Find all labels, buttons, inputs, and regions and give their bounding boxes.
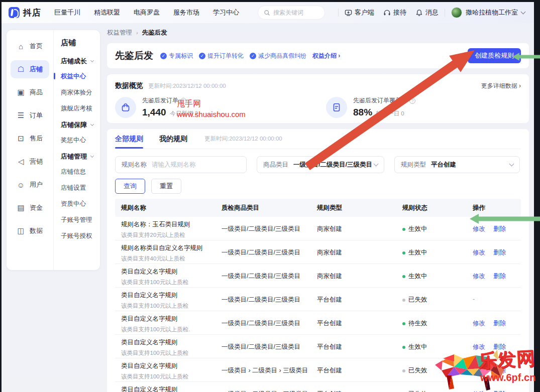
row-action-link[interactable]: 修改 xyxy=(473,390,485,392)
submenu-item[interactable]: 旗舰店考核 xyxy=(61,104,100,113)
row-action-link[interactable]: 修改 xyxy=(473,343,485,351)
category-filter-select[interactable]: 商品类目 一级类目/二级类目/三级类目 xyxy=(257,156,384,173)
messages-button[interactable]: 消息 xyxy=(415,8,439,17)
row-action-link[interactable]: 删除 xyxy=(493,319,506,328)
status-dot xyxy=(402,322,405,325)
rule-name-input[interactable] xyxy=(152,161,227,168)
row-action-link[interactable]: 修改 xyxy=(473,319,485,328)
client-label: 客户端 xyxy=(355,8,374,17)
sidebar-item-label: 商品 xyxy=(30,88,43,97)
help-icon[interactable]: ? xyxy=(409,98,415,104)
submenu-group-header[interactable]: 店铺管理 xyxy=(61,152,100,161)
stat-orders: 先鉴后发订单 ? 1,440 今日新增 2 xyxy=(115,96,261,118)
submenu-item-label: 子账号授权 xyxy=(61,232,92,239)
sidebar-item[interactable]: ☰ 订单 xyxy=(11,106,49,124)
topbar-menu-item[interactable]: 精选联盟 xyxy=(94,8,120,17)
submenu-item-label: 旗舰店考核 xyxy=(61,105,92,112)
breadcrumb-separator-icon: › xyxy=(136,30,138,36)
row-action-link[interactable]: 删除 xyxy=(493,225,506,233)
create-inspection-rule-button[interactable]: 创建质检规则 xyxy=(468,48,521,63)
submenu-item-label: 店铺设置 xyxy=(61,184,86,191)
feature-badge: ✓ 专属标识 xyxy=(160,52,193,60)
row-action-link[interactable]: 删除 xyxy=(493,343,506,351)
chevron-down-icon xyxy=(374,162,379,167)
sidebar-item[interactable]: ☺ 用户 xyxy=(11,176,49,194)
account-menu[interactable]: 撒哈拉植物工作室 xyxy=(451,7,525,18)
submenu-item[interactable]: 店铺信息 xyxy=(61,168,100,176)
sidebar-item[interactable]: ◫ 数据 xyxy=(11,222,49,240)
row-action-link[interactable]: 删除 xyxy=(493,390,506,392)
rules-card: 全部规则 我的规则 更新时间:2023/12/12 00:00:00 规则名称 … xyxy=(107,129,529,392)
sidebar-item-icon: ⊡ xyxy=(17,134,25,143)
client-button[interactable]: 客户端 xyxy=(345,8,374,17)
row-action-link[interactable]: 修改 xyxy=(473,248,485,257)
status-dot xyxy=(402,369,405,372)
submenu-item[interactable]: 资质中心 xyxy=(61,200,100,208)
submenu-item[interactable]: 商家体验分 xyxy=(61,88,100,97)
topbar-menu: 巨量千川精选联盟电商罗盘服务市场学习中心 xyxy=(54,8,239,17)
topbar-menu-item[interactable]: 巨量千川 xyxy=(54,8,80,17)
feature-badge: ✓ 提升订单转化 xyxy=(199,52,244,60)
reset-button[interactable]: 重置 xyxy=(151,179,181,194)
query-button[interactable]: 查询 xyxy=(115,179,145,194)
row-action-link[interactable]: 修改 xyxy=(473,272,485,281)
table-column-header: 规则名称 xyxy=(121,204,222,212)
sidebar-item-icon: ⌂ xyxy=(17,42,25,51)
reception-button[interactable]: 接待 xyxy=(383,8,406,17)
search-input[interactable] xyxy=(273,9,318,16)
sidebar-item[interactable]: ⌂ 首页 xyxy=(11,37,49,55)
help-icon[interactable]: ? xyxy=(180,98,186,104)
coverage-doc-icon xyxy=(326,97,347,118)
sidebar-item[interactable]: ☖ 店铺 xyxy=(11,60,49,78)
rule-name-filter[interactable]: 规则名称 xyxy=(115,156,247,173)
search-box[interactable] xyxy=(258,6,325,20)
row-action-link[interactable]: 删除 xyxy=(493,248,506,257)
status-label: 生效中 xyxy=(408,225,427,233)
rules-updated: 更新时间:2023/12/12 00:00:00 xyxy=(204,135,282,143)
app-logo[interactable]: 抖店 xyxy=(9,7,41,19)
rules-tab[interactable]: 我的规则 xyxy=(159,129,187,149)
submenu-item[interactable]: 子账号授权 xyxy=(61,232,100,240)
topbar-menu-item[interactable]: 电商罗盘 xyxy=(134,8,160,17)
more-data-link[interactable]: 更多详细数据 › xyxy=(481,82,521,90)
benefit-intro-link[interactable]: 权益介绍 › xyxy=(312,52,340,60)
rule-name: 类目自定义名字规则 xyxy=(121,268,222,276)
row-action-link[interactable]: 删除 xyxy=(493,366,506,375)
breadcrumb: 权益管理 › 先鉴后发 xyxy=(107,28,529,37)
chevron-down-icon xyxy=(90,154,94,158)
topbar-menu-item[interactable]: 学习中心 xyxy=(213,8,239,17)
sidebar-item[interactable]: ▣ 商品 xyxy=(11,83,49,101)
reception-label: 接待 xyxy=(393,8,406,17)
submenu-item[interactable]: 店铺设置 xyxy=(61,184,100,192)
row-action-link[interactable]: 修改 xyxy=(473,366,485,375)
submenu-item[interactable]: 子账号管理 xyxy=(61,216,100,224)
rule-category: 一级类目/二级类目/三级类目 xyxy=(222,244,317,257)
sidebar-item[interactable]: ⊡ 售后 xyxy=(11,129,49,148)
rules-tab[interactable]: 全部规则 xyxy=(115,129,143,149)
data-overview-updated: 更新时间:2023/12/12 00:00:00 xyxy=(148,82,226,90)
sidebar-item-label: 用户 xyxy=(30,180,43,189)
row-action-link[interactable]: 删除 xyxy=(493,272,506,281)
sidebar-item-label: 售后 xyxy=(30,134,43,143)
sidebar-item[interactable]: ▤ 资金 xyxy=(11,199,49,217)
chevron-down-icon xyxy=(90,59,94,62)
submenu-group-header[interactable]: 店铺保障 xyxy=(61,120,100,129)
rule-type-filter-select[interactable]: 规则类型 平台创建 xyxy=(394,156,520,173)
table-column-header: 质检商品类目 xyxy=(222,204,317,212)
rule-category: 一级类目 › 二级类目 › 三级类目 xyxy=(222,362,317,375)
rule-name: 类目自定义名字规则 xyxy=(121,315,222,323)
status-label: 已失效 xyxy=(408,296,427,304)
row-action-link[interactable]: 修改 xyxy=(473,225,485,233)
submenu-item[interactable]: 权益中心 xyxy=(61,72,100,81)
stat-orders-label: 先鉴后发订单 xyxy=(142,96,178,105)
sidebar-item[interactable]: ◁ 营销 xyxy=(11,153,49,171)
breadcrumb-section[interactable]: 权益管理 xyxy=(107,29,132,37)
submenu-item-label: 子账号管理 xyxy=(61,216,92,223)
submenu-item[interactable]: 奖惩中心 xyxy=(61,136,100,145)
topbar-menu-item[interactable]: 服务市场 xyxy=(173,8,199,17)
submenu-item-label: 奖惩中心 xyxy=(61,137,86,144)
data-overview-card: 数据概览 更新时间:2023/12/12 00:00:00 更多详细数据 › 先… xyxy=(107,74,529,123)
app-logo-text: 抖店 xyxy=(23,7,41,19)
submenu-group-header[interactable]: 店铺成长 xyxy=(61,57,100,66)
submenu-groups: 店铺成长 权益中心 商家体验分 旗舰店考核 xyxy=(61,57,100,240)
